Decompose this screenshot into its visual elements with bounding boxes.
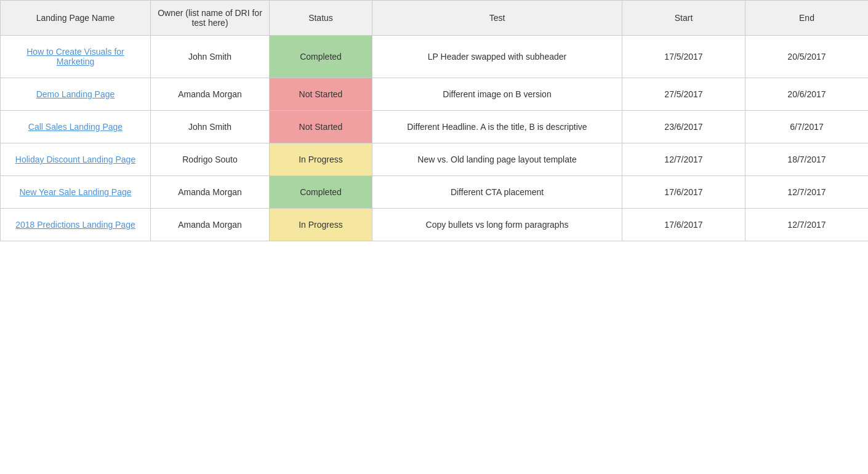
cell-owner: John Smith [151,111,270,143]
cell-start: 17/5/2017 [622,36,745,78]
landing-page-link[interactable]: Call Sales Landing Page [28,122,123,132]
header-start: Start [622,1,745,36]
cell-landing-page-name: 2018 Predictions Landing Page [1,209,151,241]
cell-owner: John Smith [151,36,270,78]
landing-page-link[interactable]: Holiday Discount Landing Page [15,155,135,164]
cell-test: Different CTA placement [372,176,622,209]
cell-start: 23/6/2017 [622,111,745,143]
cell-end: 6/7/2017 [745,111,869,143]
cell-start: 17/6/2017 [622,209,745,241]
cell-landing-page-name: How to Create Visuals for Marketing [1,36,151,78]
cell-start: 12/7/2017 [622,143,745,176]
cell-owner: Amanda Morgan [151,209,270,241]
table-row: 2018 Predictions Landing PageAmanda Morg… [1,209,869,241]
main-table-wrapper: Landing Page Name Owner (list name of DR… [0,0,868,241]
cell-end: 12/7/2017 [745,176,869,209]
cell-test: New vs. Old landing page layout template [372,143,622,176]
cell-landing-page-name: New Year Sale Landing Page [1,176,151,209]
cell-status: Not Started [270,111,372,143]
cell-test: LP Header swapped with subheader [372,36,622,78]
cell-landing-page-name: Call Sales Landing Page [1,111,151,143]
cell-status: In Progress [270,143,372,176]
landing-page-link[interactable]: 2018 Predictions Landing Page [15,220,135,230]
landing-page-link[interactable]: How to Create Visuals for Marketing [26,47,124,66]
table-row: Holiday Discount Landing PageRodrigo Sou… [1,143,869,176]
header-end: End [745,1,869,36]
landing-pages-table: Landing Page Name Owner (list name of DR… [0,0,868,241]
cell-test: Different image on B version [372,78,622,111]
cell-end: 20/6/2017 [745,78,869,111]
table-row: Demo Landing PageAmanda MorganNot Starte… [1,78,869,111]
cell-test: Copy bullets vs long form paragraphs [372,209,622,241]
table-row: New Year Sale Landing PageAmanda MorganC… [1,176,869,209]
header-owner: Owner (list name of DRI for test here) [151,1,270,36]
cell-end: 18/7/2017 [745,143,869,176]
cell-status: Completed [270,176,372,209]
cell-owner: Amanda Morgan [151,78,270,111]
cell-start: 27/5/2017 [622,78,745,111]
cell-status: In Progress [270,209,372,241]
cell-status: Not Started [270,78,372,111]
header-status: Status [270,1,372,36]
cell-owner: Rodrigo Souto [151,143,270,176]
header-test: Test [372,1,622,36]
header-name: Landing Page Name [1,1,151,36]
table-header-row: Landing Page Name Owner (list name of DR… [1,1,869,36]
cell-start: 17/6/2017 [622,176,745,209]
cell-end: 12/7/2017 [745,209,869,241]
cell-landing-page-name: Holiday Discount Landing Page [1,143,151,176]
landing-page-link[interactable]: New Year Sale Landing Page [19,187,131,197]
cell-end: 20/5/2017 [745,36,869,78]
landing-page-link[interactable]: Demo Landing Page [36,89,115,99]
cell-test: Different Headline. A is the title, B is… [372,111,622,143]
table-row: How to Create Visuals for MarketingJohn … [1,36,869,78]
cell-owner: Amanda Morgan [151,176,270,209]
cell-status: Completed [270,36,372,78]
cell-landing-page-name: Demo Landing Page [1,78,151,111]
table-row: Call Sales Landing PageJohn SmithNot Sta… [1,111,869,143]
